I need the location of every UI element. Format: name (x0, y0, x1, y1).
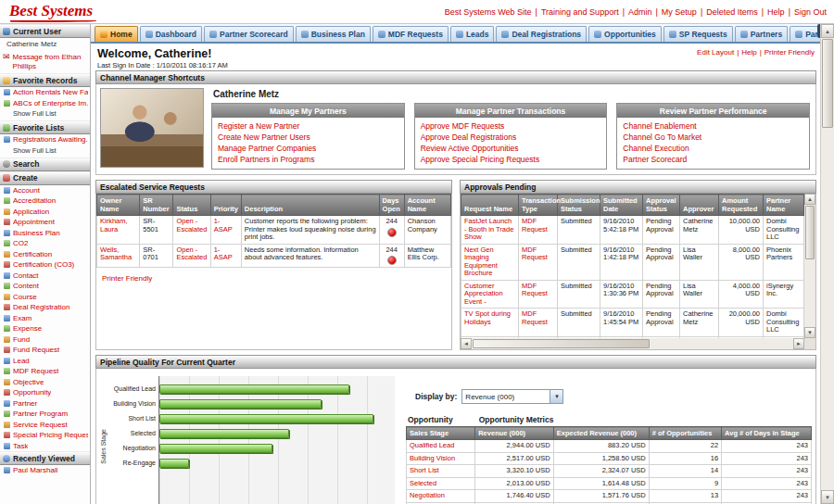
create-record-link[interactable]: Application (0, 207, 90, 218)
service-request-row[interactable]: Kirkham, Laura SR-5501 Open - Escalated … (97, 216, 451, 245)
scroll-right-arrow[interactable]: ► (793, 338, 804, 349)
create-record-link[interactable]: Partner Program (0, 409, 90, 420)
request-name-link[interactable]: FastJet Launch - Booth in Trade Show (461, 216, 519, 245)
tab[interactable]: Home (95, 26, 138, 42)
approval-row[interactable]: Next Gen Imaging Equipment Brochure MDF … (461, 244, 804, 280)
create-record-link[interactable]: Fund Request (0, 345, 90, 356)
request-name-link[interactable]: TV Spot during Holidays (461, 309, 519, 337)
create-record-link[interactable]: Business Plan (0, 228, 90, 239)
sales-stage-link[interactable]: Short List (407, 465, 475, 478)
display-by-select[interactable]: Revenue (000) ▼ (461, 389, 563, 404)
scroll-up-arrow[interactable]: ▲ (804, 194, 815, 205)
create-record-link[interactable]: Lead (0, 356, 90, 367)
favorite-list-link[interactable]: Registrations Awaiting... (0, 134, 90, 145)
sales-stage-link[interactable]: Qualified Lead (407, 440, 475, 453)
page-action-link[interactable]: Help (734, 48, 757, 57)
shortcut-link[interactable]: Partner Scorecard (623, 154, 803, 165)
recently-viewed-link[interactable]: Paul Marshall (0, 465, 90, 476)
tab[interactable]: Partner Scorecard (204, 26, 294, 42)
create-record-link[interactable]: Contact (0, 271, 90, 282)
scrollbar-thumb[interactable] (473, 339, 650, 348)
topbar-link[interactable]: Help (758, 7, 785, 17)
metrics-tab-opportunity-metrics[interactable]: Opportunity Metrics (479, 415, 554, 424)
approvals-vertical-scrollbar[interactable]: ▲ ▼ (804, 194, 815, 338)
shortcut-link[interactable]: Enroll Partners in Programs (218, 154, 398, 165)
sidebar-header-favorite-records[interactable]: Favorite Records (0, 73, 90, 87)
create-record-link[interactable]: Exam (0, 313, 90, 324)
col-num-opportunities[interactable]: # of Opportunities (649, 427, 721, 440)
create-record-link[interactable]: Certification (0, 249, 90, 260)
metrics-row[interactable]: Negotiation 1,746.40 USD 1,571.76 USD 13… (407, 490, 812, 503)
approvals-horizontal-scrollbar[interactable]: ◄ ► (461, 338, 804, 349)
shortcut-link[interactable]: Approve Deal Registrations (421, 132, 601, 143)
transaction-type-link[interactable]: MDF Request (519, 309, 558, 337)
col-avg-days-in-stage[interactable]: Avg # of Days in Stage (722, 427, 812, 440)
col-revenue[interactable]: Revenue (000) (475, 427, 554, 440)
shortcut-link[interactable]: Approve Special Pricing Requests (421, 154, 601, 165)
create-record-link[interactable]: Course (0, 292, 90, 303)
shortcut-link[interactable]: Approve MDF Requests (421, 120, 601, 132)
topbar-link[interactable]: Admin (619, 7, 652, 17)
scroll-down-arrow[interactable]: ▼ (804, 327, 815, 338)
shortcut-link[interactable]: Channel Go To Market (623, 132, 803, 143)
col-expected-revenue[interactable]: Expected Revenue (000) (553, 427, 649, 440)
create-record-link[interactable]: Appointment (0, 217, 90, 228)
page-action-link[interactable]: Printer Friendly (757, 48, 815, 57)
approval-row[interactable]: Customer Appreciation Event - MDF Reques… (461, 280, 804, 309)
shortcut-link[interactable]: Manage Partner Companies (218, 143, 398, 154)
tab[interactable]: Opportunities (588, 26, 662, 42)
create-record-link[interactable]: Task (0, 441, 90, 452)
metrics-row[interactable]: Selected 2,013.00 USD 1,614.48 USD 9 243 (407, 477, 812, 490)
sidebar-header-current-user[interactable]: Current User (0, 24, 90, 38)
col-submission-status[interactable]: Submission Status (558, 195, 600, 216)
create-record-link[interactable]: Certification (CO3) (0, 259, 90, 271)
col-sales-stage[interactable]: Sales Stage (407, 427, 475, 440)
message-link[interactable]: ✉ Message from Ethan Phillips (0, 51, 90, 73)
col-approval-status[interactable]: Approval Status (643, 195, 680, 216)
tab[interactable]: Deal Registrations (496, 26, 587, 42)
metrics-row[interactable]: Building Vision 2,517.00 USD 1,258.50 US… (407, 452, 812, 465)
sidebar-header-recently-viewed[interactable]: Recently Viewed (0, 451, 90, 465)
scroll-left-arrow[interactable]: ◄ (461, 338, 472, 349)
create-record-link[interactable]: Expense (0, 323, 90, 334)
create-record-link[interactable]: CO2 (0, 238, 90, 249)
create-record-link[interactable]: Opportunity (0, 387, 90, 398)
owner-name-link[interactable]: Wells, Samantha (97, 244, 140, 268)
col-approver[interactable]: Approver (680, 195, 719, 216)
request-name-link[interactable]: Next Gen Imaging Equipment Brochure (461, 244, 519, 280)
tab[interactable]: Dashboard (140, 26, 202, 42)
page-action-link[interactable]: Edit Layout (697, 48, 734, 57)
shortcut-link[interactable]: Create New Partner Users (218, 132, 398, 143)
approval-row[interactable]: FastJet Launch - Booth in Trade Show MDF… (461, 216, 804, 245)
favorite-record-link[interactable]: ABCs of Enterprise Im... (0, 98, 90, 109)
col-priority[interactable]: Priority (210, 195, 241, 216)
create-record-link[interactable]: Special Pricing Request (0, 430, 90, 441)
create-record-link[interactable]: Accreditation (0, 195, 90, 207)
topbar-link[interactable]: Deleted Items (697, 7, 758, 17)
col-days-open[interactable]: Days Open (379, 195, 404, 216)
tab[interactable]: Business Plan (296, 26, 371, 42)
favorite-records-show-full-list[interactable]: Show Full List (0, 108, 90, 120)
col-account-name[interactable]: Account Name (404, 195, 450, 216)
service-request-row[interactable]: Wells, Samantha SR-0701 Open - Escalated… (97, 244, 451, 268)
shortcut-link[interactable]: Register a New Partner (218, 120, 398, 132)
col-sr-number[interactable]: SR Number (140, 195, 173, 216)
col-amount-requested[interactable]: Amount Requested (719, 195, 764, 216)
create-record-link[interactable]: Content (0, 281, 90, 292)
tab[interactable]: SP Requests (663, 26, 733, 42)
transaction-type-link[interactable]: MDF Request (519, 216, 558, 245)
tab[interactable]: Leads (450, 26, 495, 42)
topbar-link[interactable]: Best Systems Web Site (445, 7, 532, 17)
sidebar-header-create[interactable]: Create (0, 171, 90, 185)
owner-name-link[interactable]: Kirkham, Laura (97, 216, 140, 245)
vertical-scrollbar[interactable]: ▲ ▼ (820, 24, 834, 504)
col-request-name[interactable]: Request Name (461, 195, 519, 216)
shortcut-link[interactable]: Channel Execution (623, 143, 803, 154)
sidebar-header-favorite-lists[interactable]: Favorite Lists (0, 120, 90, 134)
sales-stage-link[interactable]: Selected (407, 477, 475, 490)
shortcut-link[interactable]: Channel Enablement (623, 120, 803, 132)
sales-stage-link[interactable]: Negotiation (407, 490, 475, 503)
scrollbar-thumb[interactable] (822, 39, 833, 128)
favorite-record-link[interactable]: Action Rentals New Fa... (0, 87, 90, 98)
metrics-tab-opportunity[interactable]: Opportunity (408, 415, 453, 424)
